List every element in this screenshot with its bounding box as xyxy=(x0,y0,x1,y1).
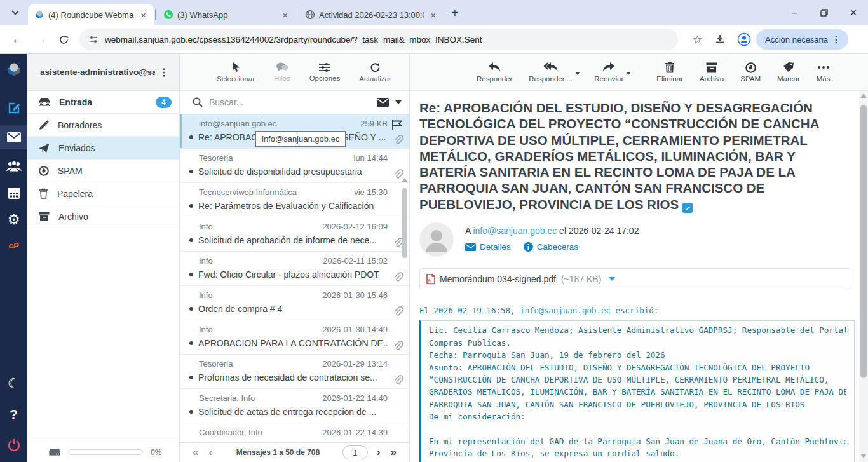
prev-page-icon[interactable]: ‹ xyxy=(203,446,217,459)
back-icon[interactable]: ← xyxy=(11,32,24,46)
tab-actividad[interactable]: Actividad 2026-02-23 13:00:00 × xyxy=(299,4,444,25)
page-number-input[interactable] xyxy=(342,445,368,459)
unread-dot xyxy=(189,376,193,379)
search-input[interactable] xyxy=(209,97,370,107)
external-link-icon[interactable]: ↗ xyxy=(682,203,693,213)
mail-subject: Re: APROBACIÓN DEL ESTUDIO, DISEÑO Y DES… xyxy=(419,100,839,213)
forward-caret-icon[interactable] xyxy=(626,72,631,75)
site-settings-icon[interactable] xyxy=(88,34,98,44)
unread-dot xyxy=(189,273,193,276)
message-row[interactable]: Info2026-02-11 15:02 Fwd: Oficio Circula… xyxy=(180,252,409,286)
profile-avatar-icon[interactable] xyxy=(737,32,751,46)
bookmark-star-icon[interactable]: ☆ xyxy=(692,32,703,47)
archive-button[interactable]: Archivo xyxy=(700,62,724,83)
new-tab-button[interactable]: + xyxy=(451,6,459,20)
delete-button[interactable]: Eliminar xyxy=(656,62,683,83)
archive-box-icon xyxy=(39,212,50,221)
action-needed-button[interactable]: Acción necesaria ⋮ xyxy=(756,29,848,50)
first-page-icon[interactable]: « xyxy=(187,446,203,459)
search-scope-envelope-icon[interactable] xyxy=(377,98,389,107)
last-page-icon[interactable]: » xyxy=(386,446,402,459)
attachment-item[interactable]: A Memorándum 034-signed.pdf (~187 KB) xyxy=(419,268,850,289)
scroll-down-icon[interactable] xyxy=(860,454,867,458)
message-row[interactable]: Tecnoserviweb Informáticavie 15:30 Re: P… xyxy=(180,183,409,217)
roundcube-app: ⚙ cP ☾ ? asistente-administrativo@sa... … xyxy=(0,54,868,462)
tab-search-button[interactable] xyxy=(6,4,24,22)
message-row[interactable]: Tesoreria2026-01-29 13:14 Proformas de n… xyxy=(180,355,409,389)
message-row[interactable]: Tesorerialun 14:44 Solicitud de disponib… xyxy=(180,149,409,183)
dark-mode-moon-icon[interactable]: ☾ xyxy=(0,372,27,396)
refresh-button[interactable]: Actualizar xyxy=(359,62,391,83)
search-options-caret-icon[interactable] xyxy=(395,100,402,104)
settings-gear-icon[interactable]: ⚙ xyxy=(0,208,27,232)
close-tab-icon[interactable]: × xyxy=(280,10,290,20)
reply-all-button[interactable]: Responder ... xyxy=(529,62,573,83)
sidebar-item-borradores[interactable]: Borradores xyxy=(27,114,179,137)
unread-dot xyxy=(189,135,193,139)
spam-button[interactable]: SPAM xyxy=(740,62,761,83)
sidebar-item-enviados[interactable]: Enviados xyxy=(27,137,179,160)
reload-icon[interactable] xyxy=(58,34,69,45)
contacts-icon[interactable] xyxy=(0,154,27,179)
url-text[interactable]: webmail.sanjuan.gob.ec/cpsess1364244002/… xyxy=(105,35,482,44)
reply-button[interactable]: Responder xyxy=(477,62,512,83)
list-scrollbar[interactable] xyxy=(401,175,409,442)
account-menu-icon[interactable]: ⋮ xyxy=(155,66,173,78)
logout-power-icon[interactable] xyxy=(0,433,27,457)
details-toggle[interactable]: Detalles xyxy=(465,242,511,252)
sidebar-item-entrada[interactable]: Entrada 4 xyxy=(27,91,179,114)
browser-menu-icon[interactable]: ⋮ xyxy=(828,34,844,44)
avatar xyxy=(419,222,454,257)
mail-scrollbar[interactable] xyxy=(859,91,868,462)
url-bar[interactable]: webmail.sanjuan.gob.ec/cpsess1364244002/… xyxy=(79,29,678,50)
message-row[interactable]: Info2026-02-12 16:09 Solicitud de aproba… xyxy=(180,217,409,252)
options-button[interactable]: Opciones xyxy=(309,62,341,82)
help-icon[interactable]: ? xyxy=(0,402,27,426)
paper-plane-icon xyxy=(39,143,50,153)
close-tab-icon[interactable]: × xyxy=(428,10,438,20)
quoted-message-body: Lic. Cecilia Carrasco Mendoza; Asistente… xyxy=(419,320,855,462)
message-row[interactable]: Secretaria, Info2026-01-22 14:40 Solicit… xyxy=(180,389,409,423)
list-scrollbar-thumb[interactable] xyxy=(402,188,407,258)
next-page-icon[interactable]: › xyxy=(372,446,386,459)
compose-icon[interactable] xyxy=(0,96,27,120)
attachment-name[interactable]: Memorándum 034-signed.pdf xyxy=(440,274,556,284)
calendar-icon[interactable] xyxy=(0,181,27,205)
headers-toggle[interactable]: Cabeceras xyxy=(524,242,578,252)
scroll-up-icon[interactable] xyxy=(402,178,408,182)
more-button[interactable]: Más xyxy=(817,62,831,83)
mail-icon[interactable] xyxy=(0,125,27,149)
attachment-menu-caret-icon[interactable] xyxy=(609,277,615,281)
sender-tooltip: info@sanjuan.gob.ec xyxy=(255,131,346,147)
sidebar-item-papelera[interactable]: Papelera xyxy=(27,182,179,205)
reply-all-caret-icon[interactable] xyxy=(575,72,580,75)
message-row[interactable]: info@sanjuan.gob.ec259 KB Re: APROBACIin… xyxy=(180,114,409,149)
sidebar-item-spam[interactable]: SPAM xyxy=(27,160,179,182)
forward-button[interactable]: Reenviar xyxy=(594,62,623,83)
mail-scrollbar-thumb[interactable] xyxy=(860,105,867,378)
forward-icon[interactable]: → xyxy=(35,32,47,46)
message-row[interactable]: Info2026-01-30 14:49 APROBACION PARA LA … xyxy=(180,320,409,355)
flag-icon[interactable] xyxy=(391,119,403,130)
minimize-button[interactable]: – xyxy=(780,0,810,25)
close-window-button[interactable]: × xyxy=(839,0,868,25)
threads-button[interactable]: Hilos xyxy=(274,62,290,82)
sidebar-item-archivo[interactable]: Archivo xyxy=(27,205,179,228)
recipient-address[interactable]: info@sanjuan.gob.ec xyxy=(473,226,557,236)
tab-roundcube[interactable]: (4) Roundcube Webmail :: Envia × xyxy=(28,4,154,25)
message-row[interactable]: Coordinador, Info2026-01-22 14:39 xyxy=(180,423,409,442)
close-tab-icon[interactable]: × xyxy=(138,10,149,20)
mark-button[interactable]: Marcar xyxy=(777,62,800,83)
reply-icon xyxy=(487,62,501,73)
scroll-up-icon[interactable] xyxy=(860,93,867,98)
restore-button[interactable] xyxy=(810,0,839,25)
mail-view-panel: Responder Responder ... Reenviar Elimina… xyxy=(410,54,868,462)
cpanel-icon[interactable]: cP xyxy=(0,233,27,257)
sender-address-link[interactable]: info@sanjuan.gob.ec xyxy=(520,306,611,315)
tab-whatsapp[interactable]: (3) WhatsApp × xyxy=(157,4,295,25)
unread-dot xyxy=(189,204,193,208)
downloads-icon[interactable] xyxy=(714,34,726,45)
select-button[interactable]: Seleccionar xyxy=(217,62,255,83)
message-row[interactable]: Info2026-01-30 15:46 Orden de compra # 4 xyxy=(180,286,409,320)
tag-icon xyxy=(783,62,794,73)
